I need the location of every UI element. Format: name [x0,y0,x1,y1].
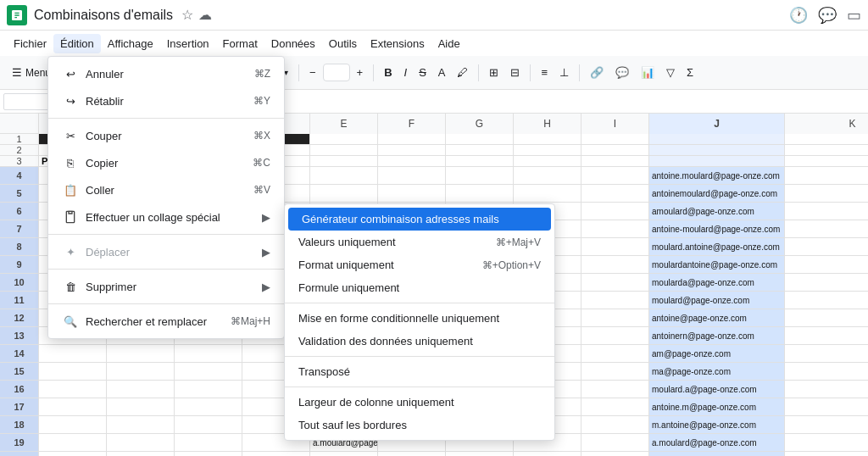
menu-insertion[interactable]: Insertion [160,34,216,53]
menu-aide[interactable]: Aide [431,34,467,53]
menu-donnees[interactable]: Données [264,34,322,53]
menu-supprimer[interactable]: 🗑 Supprimer ▶ [48,273,284,300]
doc-title: Combinaisons d'emails [34,8,173,23]
chart-button[interactable]: 📊 [636,63,659,82]
menu-sep-4 [48,303,284,304]
menu-format[interactable]: Format [216,34,264,53]
cell-g2[interactable] [446,145,514,155]
col-header-i[interactable]: I [581,114,649,134]
menu-deplacer: ✦ Déplacer ▶ [48,238,284,265]
cell-f2[interactable] [378,145,446,155]
cell-j2[interactable] [649,145,785,155]
move-submenu-arrow: ▶ [262,246,270,259]
submenu-format-uniquement[interactable]: Format uniquement ⌘+Option+V [285,253,554,276]
cell-i3[interactable] [581,156,649,166]
submenu-arrow-icon: ▶ [262,211,270,224]
highlight-button[interactable]: 🖊 [452,63,473,82]
menu-sep-3 [48,269,284,270]
cell-i2[interactable] [581,145,649,155]
history-icon[interactable]: 🕐 [789,6,808,25]
menu-sep-1 [48,118,284,119]
col-header-g[interactable]: G [446,114,514,134]
move-icon: ✦ [62,243,79,260]
copy-icon: ⎘ [62,154,79,171]
font-color-button[interactable]: A [433,63,451,82]
link-button[interactable]: 🔗 [585,63,609,82]
menu-bar: Fichier Édition Affichage Insertion Form… [0,31,868,56]
cut-icon: ✂ [62,127,79,144]
top-bar: Combinaisons d'emails ☆ ☁ 🕐 💬 ▭ [0,0,868,31]
col-header-k[interactable]: K [785,114,868,134]
col-header-j[interactable]: J [649,114,785,134]
cell-e2[interactable] [310,145,378,155]
menu-icon: ☰ [12,66,22,79]
menu-sep-2 [48,234,284,235]
font-size-decrease[interactable]: − [304,63,321,82]
submenu-sep-2 [285,356,554,357]
star-icon[interactable]: ☆ [181,7,193,23]
menu-collage-special[interactable]: Effectuer un collage spécial ▶ Générateu… [48,203,284,231]
cell-g3[interactable] [446,156,514,166]
submenu-tout-sauf-bordures[interactable]: Tout sauf les bordures [285,414,554,437]
app-icon [7,5,27,25]
toolbar-sep-7 [530,64,531,81]
submenu-sep-3 [285,386,554,387]
menu-coller[interactable]: 📋 Coller ⌘V [48,176,284,203]
cell-h2[interactable] [514,145,581,155]
menu-extensions[interactable]: Extensions [364,34,431,53]
submenu-mise-en-forme-conditionnelle[interactable]: Mise en forme conditionnelle uniquement [285,307,554,330]
cell-i1[interactable] [581,134,649,144]
menu-annuler[interactable]: ↩ Annuler ⌘Z [48,60,284,87]
special-paste-icon [62,209,79,225]
menu-outils[interactable]: Outils [322,34,364,53]
submenu-formule-uniquement[interactable]: Formule uniquement [285,276,554,299]
bold-button[interactable]: B [379,63,397,82]
menu-rechercher-remplacer[interactable]: 🔍 Rechercher et remplacer ⌘Maj+H [48,308,284,335]
italic-button[interactable]: I [399,63,413,82]
submenu-largeur-colonne[interactable]: Largeur de colonne uniquement [285,391,554,414]
toolbar-sep-6 [478,64,479,81]
font-size-input[interactable]: 10 [323,64,350,81]
present-icon[interactable]: ▭ [847,6,861,25]
cell-f3[interactable] [378,156,446,166]
function-button[interactable]: Σ [682,63,698,82]
menu-edition[interactable]: Édition [53,34,101,53]
menu-copier[interactable]: ⎘ Copier ⌘C [48,149,284,176]
col-header-f[interactable]: F [378,114,446,134]
menu-couper[interactable]: ✂ Couper ⌘X [48,122,284,149]
toolbar-sep-5 [373,64,374,81]
menu-affichage[interactable]: Affichage [101,34,160,53]
redo-icon: ↪ [62,92,79,109]
align-button[interactable]: ≡ [536,63,553,82]
menu-retablir[interactable]: ↪ Rétablir ⌘Y [48,87,284,114]
cell-e1[interactable] [310,134,378,144]
strikethrough-button[interactable]: S [414,63,431,82]
cloud-icon[interactable]: ☁ [198,7,212,23]
font-size-increase[interactable]: + [352,63,369,82]
submenu-valeurs-uniquement[interactable]: Valeurs uniquement ⌘+Maj+V [285,231,554,253]
cell-e3[interactable] [310,156,378,166]
paste-icon: 📋 [62,181,79,198]
valign-button[interactable]: ⊥ [554,63,574,82]
cell-g1[interactable] [446,134,514,144]
menu-fichier[interactable]: Fichier [7,34,53,53]
submenu-transpose[interactable]: Transposé [285,360,554,383]
merge-button[interactable]: ⊟ [505,63,525,82]
borders-button[interactable]: ⊞ [484,63,504,82]
submenu-validation-donnees[interactable]: Validation des données uniquement [285,330,554,353]
col-header-e[interactable]: E [310,114,378,134]
cell-k2[interactable] [785,145,868,155]
comment-button[interactable]: 💬 [610,63,634,82]
cell-f1[interactable] [378,134,446,144]
cell-k3[interactable] [785,156,868,166]
col-header-h[interactable]: H [514,114,581,134]
cell-k1[interactable] [785,134,868,144]
search-icon: 🔍 [62,313,79,330]
corner-cell [0,114,39,133]
cell-j1[interactable] [649,134,785,144]
cell-h3[interactable] [514,156,581,166]
filter-button[interactable]: ▽ [661,63,680,82]
cell-h1[interactable] [514,134,581,144]
comment-icon[interactable]: 💬 [818,6,837,25]
cell-j3[interactable] [649,156,785,166]
